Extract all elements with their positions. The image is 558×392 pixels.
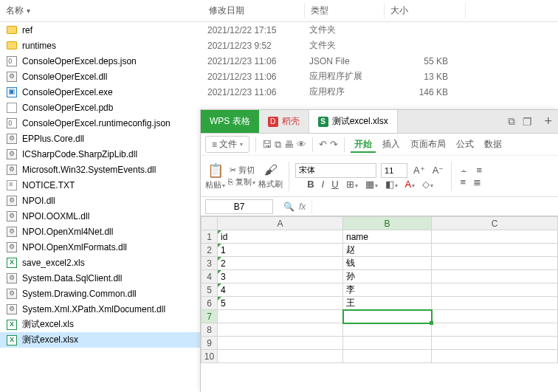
cell[interactable] (432, 244, 558, 257)
menu-formula[interactable]: 公式 (452, 137, 478, 152)
file-type: 文件夹 (309, 24, 389, 36)
fill-color-button[interactable]: ◧▾ (384, 179, 399, 190)
save-icon[interactable]: 🖫 (262, 139, 272, 150)
undo-icon[interactable]: ↶ (319, 139, 327, 150)
cell[interactable] (432, 350, 558, 363)
menu-insert[interactable]: 插入 (379, 137, 404, 152)
format-painter-button[interactable]: 🖌格式刷 (258, 162, 283, 190)
cell[interactable]: 王 (343, 297, 432, 310)
file-row[interactable]: ConsoleOperExcel.deps.json2021/12/23 11:… (0, 53, 558, 69)
spreadsheet-grid[interactable]: ABC1idname21赵32钱43孙54李65王78910 (201, 216, 558, 392)
cell-reference-input[interactable]: B7 (205, 199, 273, 214)
col-header-size[interactable]: 大小 (385, 3, 466, 18)
border-button[interactable]: ⊞▾ (345, 179, 359, 190)
cell[interactable] (343, 350, 432, 363)
cell[interactable]: 4 (218, 283, 343, 297)
row-header[interactable]: 1 (202, 230, 218, 244)
fx-icon[interactable]: fx (299, 202, 306, 212)
row-header[interactable]: 5 (202, 283, 218, 297)
cell[interactable] (432, 230, 558, 244)
row-header[interactable]: 3 (202, 257, 218, 270)
find-icon[interactable]: 🔍 (283, 202, 294, 212)
menu-file-button[interactable]: ≡ 文件 ▾ (205, 136, 249, 153)
col-header-type[interactable]: 类型 (305, 3, 385, 18)
cell[interactable]: 5 (218, 297, 343, 310)
save-as-icon[interactable]: ⧉ (275, 139, 281, 151)
cell[interactable]: 赵 (343, 244, 432, 257)
dll-icon (6, 210, 18, 222)
cell[interactable] (343, 323, 432, 337)
cell[interactable]: name (343, 230, 432, 244)
cell[interactable] (218, 350, 343, 363)
font-size-select[interactable] (381, 163, 407, 178)
font-name-select[interactable] (295, 163, 376, 178)
menu-start[interactable]: 开始 (351, 137, 376, 153)
file-row[interactable]: runtimes2021/12/23 9:52文件夹 (0, 38, 558, 53)
row-header[interactable]: 8 (202, 323, 218, 337)
copy-button[interactable]: ⎘ 复制▾ (228, 176, 255, 188)
row-header[interactable]: 9 (202, 337, 218, 350)
cell[interactable] (432, 337, 558, 350)
paste-button[interactable]: 📋粘贴▾ (205, 162, 225, 190)
font-shrink-icon[interactable]: A⁻ (431, 165, 446, 176)
cell[interactable] (343, 337, 432, 350)
row-header[interactable]: 6 (202, 297, 218, 310)
cell[interactable] (432, 270, 558, 283)
font-grow-icon[interactable]: A⁺ (412, 165, 427, 176)
col-header-date[interactable]: 修改日期 (203, 3, 305, 18)
file-row[interactable]: ConsoleOperExcel.exe2021/12/23 11:06应用程序… (0, 84, 558, 100)
tab-current-file[interactable]: S测试excel.xlsx (309, 110, 398, 133)
dll-icon (6, 288, 18, 300)
bold-button[interactable]: B (306, 179, 315, 190)
cell[interactable]: 3 (218, 270, 343, 283)
print-icon[interactable]: 🖶 (284, 139, 294, 150)
cell[interactable]: 李 (343, 283, 432, 297)
new-tab-button[interactable]: + (538, 110, 558, 133)
cell[interactable] (218, 323, 343, 337)
align-left-icon[interactable]: ≡ (458, 176, 467, 188)
menu-layout[interactable]: 页面布局 (407, 137, 450, 152)
align-top-icon[interactable]: ⫠ (458, 165, 470, 176)
col-header-C[interactable]: C (432, 217, 558, 230)
cell[interactable] (343, 310, 432, 323)
italic-button[interactable]: I (320, 179, 326, 190)
cell[interactable] (432, 323, 558, 337)
font-color-button[interactable]: A▾ (404, 179, 417, 190)
cell[interactable] (432, 283, 558, 297)
row-header[interactable]: 4 (202, 270, 218, 283)
redo-icon[interactable]: ↷ (330, 139, 338, 150)
formula-input[interactable] (311, 199, 558, 214)
col-header-name[interactable]: 名称▾ (0, 3, 203, 18)
align-center-icon[interactable]: ≣ (472, 176, 483, 188)
col-header-B[interactable]: B (343, 217, 432, 230)
tab-daoke[interactable]: D稻壳 (259, 110, 309, 133)
preview-icon[interactable]: 👁 (297, 139, 306, 150)
row-header[interactable]: 2 (202, 244, 218, 257)
align-middle-icon[interactable]: ≡ (475, 165, 483, 176)
window-restore-icon[interactable]: ❐ (523, 116, 532, 128)
select-all-corner[interactable] (202, 217, 218, 230)
cell[interactable]: 1 (218, 244, 343, 257)
menu-data[interactable]: 数据 (480, 137, 506, 152)
file-type: 应用程序 (309, 86, 389, 98)
cell[interactable] (432, 257, 558, 270)
window-pop-icon[interactable]: ⧉ (508, 115, 515, 128)
cut-button[interactable]: ✂ 剪切 (230, 165, 255, 176)
cell[interactable] (218, 310, 343, 323)
file-row[interactable]: ref2021/12/22 17:15文件夹 (0, 22, 558, 38)
tab-wps-app[interactable]: WPS 表格 (201, 110, 259, 133)
file-row[interactable]: ConsoleOperExcel.dll2021/12/23 11:06应用程序… (0, 69, 558, 84)
merge-button[interactable]: ▦▾ (364, 179, 379, 190)
cell[interactable]: id (218, 230, 343, 244)
cell[interactable] (432, 297, 558, 310)
clear-format-button[interactable]: ◇▾ (421, 179, 435, 190)
cell[interactable]: 2 (218, 257, 343, 270)
row-header[interactable]: 10 (202, 350, 218, 363)
cell[interactable] (218, 337, 343, 350)
cell[interactable]: 钱 (343, 257, 432, 270)
cell[interactable]: 孙 (343, 270, 432, 283)
cell[interactable] (432, 310, 558, 323)
row-header[interactable]: 7 (202, 310, 218, 323)
col-header-A[interactable]: A (218, 217, 343, 230)
underline-button[interactable]: U (330, 179, 340, 190)
